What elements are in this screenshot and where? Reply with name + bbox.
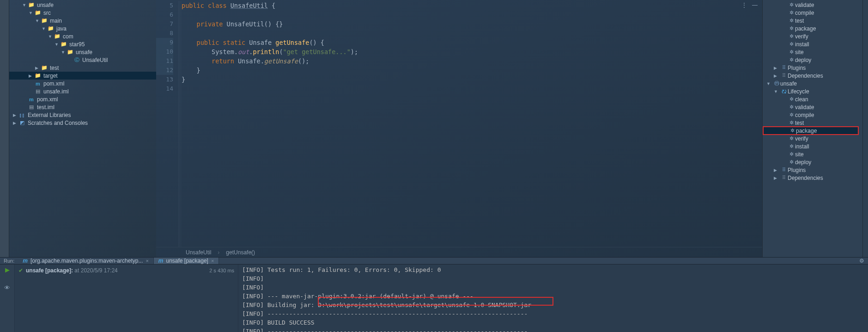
maven-goal-compile[interactable]: ✲compile [763, 9, 862, 17]
tree-item-unsafe[interactable]: ▼📁unsafe [9, 48, 156, 56]
close-icon[interactable]: × [146, 258, 148, 264]
maven-goal-install[interactable]: ✲install [763, 142, 862, 150]
breadcrumb-sep: › [218, 249, 219, 256]
run-tool-window: Run: m [org.apache.maven.plugins:maven-a… [0, 257, 868, 332]
breadcrumb-item[interactable]: UnsafeUtil [186, 249, 211, 256]
maven-goal-site[interactable]: ✲site [763, 48, 862, 56]
tree-item-java[interactable]: ▼📁java [9, 25, 156, 32]
tree-item-pom-xml[interactable]: mpom.xml [9, 80, 156, 87]
code-area[interactable]: public class UnsafeUtil { private Unsafe… [182, 0, 358, 247]
run-tree-duration: 2 s 430 ms [209, 268, 234, 273]
rerun-icon[interactable]: ▶ [5, 266, 10, 273]
maven-goal-test[interactable]: ✲test [763, 17, 862, 25]
maven-goal-package-highlighted[interactable]: ✲package [763, 126, 859, 135]
maven-goal-validate[interactable]: ✲validate [763, 1, 862, 9]
run-tab[interactable]: m [org.apache.maven.plugins:maven-archet… [18, 258, 154, 264]
success-icon: ✔ [18, 267, 23, 274]
maven-goal-verify[interactable]: ✲verify [763, 32, 862, 40]
maven-goal-clean[interactable]: ✲clean [763, 95, 862, 103]
run-tree-title: unsafe [package]: [26, 267, 73, 274]
maven-node-lifecycle[interactable]: ▼🗘Lifecycle [763, 87, 862, 95]
maven-goal-deploy[interactable]: ✲deploy [763, 158, 862, 166]
run-tab-label: [org.apache.maven.plugins:maven-archetyp… [30, 258, 143, 264]
tool-window-stripe-right[interactable] [862, 0, 868, 257]
tree-item-src[interactable]: ▼📁src [9, 9, 156, 17]
maven-goal-validate[interactable]: ✲validate [763, 103, 862, 111]
tree-item-scratches-and-consoles[interactable]: ▶◩Scratches and Consoles [9, 119, 156, 127]
maven-goal-deploy[interactable]: ✲deploy [763, 56, 862, 64]
maven-node-plugins[interactable]: ▶⠿Plugins [763, 64, 862, 72]
tree-item-unsafe-iml[interactable]: ▤unsafe.iml [9, 87, 156, 95]
run-label: Run: [0, 258, 18, 264]
run-tree[interactable]: ✔ unsafe [package]: at 2020/5/9 17:24 2 … [15, 264, 238, 332]
maven-node-dependencies[interactable]: ▶⠿Dependencies [763, 174, 862, 182]
tree-item-external-libraries[interactable]: ▶⫿⫿External Libraries [9, 111, 156, 119]
maven-goal-compile[interactable]: ✲compile [763, 111, 862, 119]
run-tab[interactable]: m unsafe [package] × [154, 258, 219, 264]
tool-window-stripe-left[interactable] [0, 0, 9, 257]
maven-goal-install[interactable]: ✲install [763, 40, 862, 48]
maven-goal-site[interactable]: ✲site [763, 150, 862, 158]
line-gutter[interactable]: 567891011121314 [156, 0, 182, 247]
run-toolbar[interactable]: ▶ 👁 [0, 264, 15, 332]
maven-goal-verify[interactable]: ✲verify [763, 135, 862, 142]
maven-node-plugins[interactable]: ▶⠿Plugins [763, 166, 862, 174]
tree-item-main[interactable]: ▼📁main [9, 17, 156, 25]
breadcrumb[interactable]: UnsafeUtil › getUnsafe() [156, 247, 762, 257]
tree-item-star95[interactable]: ▼📁star95 [9, 40, 156, 48]
tree-item-target[interactable]: ▶📁target [9, 72, 156, 80]
tree-item-unsafe[interactable]: ▼📁unsafe [9, 1, 156, 9]
maven-panel[interactable]: ✲validate✲compile✲test✲package✲verify✲in… [762, 0, 862, 257]
maven-node-dependencies[interactable]: ▶⠿Dependencies [763, 72, 862, 80]
tree-item-com[interactable]: ▼📁com [9, 32, 156, 40]
tree-item-test-iml[interactable]: ▤test.iml [9, 103, 156, 111]
tree-item-unsafeutil[interactable]: ⒸUnsafeUtil [9, 56, 156, 64]
close-icon[interactable]: × [211, 258, 214, 264]
tree-item-pom-xml[interactable]: mpom.xml [9, 95, 156, 103]
show-icon[interactable]: 👁 [4, 284, 10, 291]
maven-node-unsafe[interactable]: ▼ⓜunsafe [763, 80, 862, 87]
settings-icon[interactable]: ⚙ [855, 258, 868, 264]
run-tabbar[interactable]: Run: m [org.apache.maven.plugins:maven-a… [0, 258, 868, 264]
maven-icon: m [158, 258, 164, 264]
editor-pane: ⋮ — 567891011121314 public class UnsafeU… [156, 0, 762, 257]
breadcrumb-item[interactable]: getUnsafe() [226, 249, 255, 256]
maven-goal-package[interactable]: ✲package [763, 25, 862, 32]
maven-icon: m [23, 258, 28, 264]
project-tree[interactable]: ▼📁unsafe▼📁src▼📁main▼📁java▼📁com▼📁star95▼📁… [9, 0, 156, 257]
run-tab-label: unsafe [package] [166, 258, 208, 264]
tree-item-test[interactable]: ▶📁test [9, 64, 156, 72]
maven-goal-test[interactable]: ✲test [763, 119, 862, 127]
run-tree-timestamp: at 2020/5/9 17:24 [73, 267, 118, 274]
console-output[interactable]: [INFO] Tests run: 1, Failures: 0, Errors… [238, 264, 868, 332]
